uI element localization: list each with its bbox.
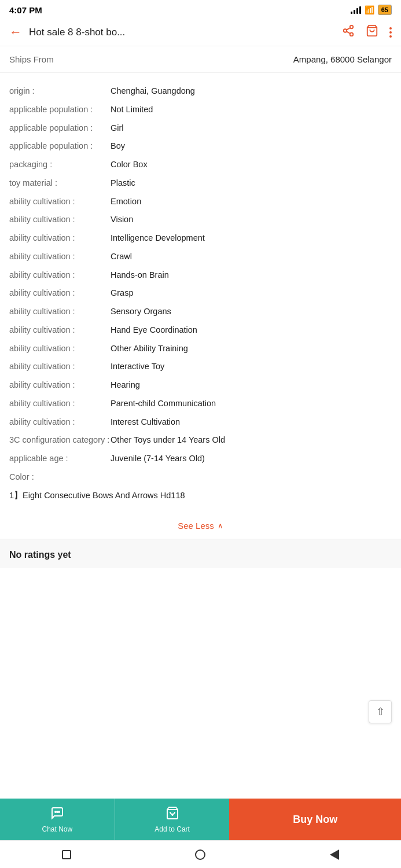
detail-row: applicable population :Boy [9,137,392,156]
more-options-button[interactable] [389,27,392,38]
detail-row: ability cultivation :Hand Eye Coordinati… [9,321,392,340]
chevron-up-icon: ∧ [218,521,223,530]
detail-value: Emotion [111,196,392,208]
scroll-to-top-button[interactable]: ⇧ [369,700,392,723]
detail-key: ability cultivation : [9,269,111,282]
detail-value: Sensory Organs [111,306,392,318]
detail-key: ability cultivation : [9,361,111,373]
dot [389,35,392,38]
svg-point-7 [57,811,58,812]
recent-apps-button[interactable] [62,850,71,859]
ratings-section: No ratings yet [0,539,401,568]
detail-row: applicable age :Juvenile (7-14 Years Old… [9,450,392,468]
detail-value: Intelligence Development [111,232,392,245]
wifi-icon: 📶 [365,5,374,14]
detail-key: applicable population : [9,140,111,153]
detail-key: toy material : [9,177,111,190]
detail-row: ability cultivation :Crawl [9,248,392,266]
detail-value: Other Toys under 14 Years Old [111,434,392,447]
detail-key: ability cultivation : [9,251,111,263]
buy-now-label: Buy Now [293,814,337,826]
chat-now-button[interactable]: Chat Now [0,799,115,840]
detail-key: ability cultivation : [9,232,111,245]
back-button[interactable]: ← [9,26,22,39]
buy-now-button[interactable]: Buy Now [229,799,401,840]
arrow-up-icon: ⇧ [376,705,385,718]
svg-line-4 [347,28,350,30]
detail-key: ability cultivation : [9,214,111,226]
detail-key: ability cultivation : [9,343,111,355]
detail-value: Chenghai, Guangdong [111,85,392,98]
detail-row: toy material :Plastic [9,174,392,193]
svg-line-3 [347,31,350,34]
cart-icon[interactable] [365,24,379,40]
chat-now-label: Chat Now [42,825,73,833]
detail-value: Plastic [111,177,392,190]
ships-from-label: Ships From [9,54,54,64]
detail-key: packaging : [9,159,111,171]
add-to-cart-button[interactable]: Add to Cart [115,799,230,840]
detail-value: Hands-on Brain [111,269,392,282]
detail-key: origin : [9,85,111,98]
chat-icon [50,806,64,823]
detail-row: ability cultivation :Interactive Toy [9,358,392,376]
see-less-button[interactable]: See Less ∧ [178,521,223,531]
home-button[interactable] [195,849,205,860]
detail-value: Parent-child Communication [111,398,392,410]
status-time: 4:07 PM [9,5,42,15]
detail-row: applicable population :Girl [9,119,392,138]
detail-value: Interactive Toy [111,361,392,373]
ratings-title: No ratings yet [9,550,71,560]
detail-key: applicable population : [9,122,111,135]
detail-row: origin :Chenghai, Guangdong [9,82,392,101]
detail-value: Hand Eye Coordination [111,324,392,337]
page-title: Hot sale 8 8-shot bo... [29,27,335,38]
detail-row: ability cultivation :Hands-on Brain [9,266,392,285]
see-less-section: See Less ∧ [0,509,401,539]
detail-value: Hearing [111,379,392,392]
detail-row: packaging :Color Box [9,156,392,174]
header: ← Hot sale 8 8-shot bo... [0,19,401,46]
battery-indicator: 65 [378,5,392,15]
detail-row: ability cultivation :Sensory Organs [9,303,392,321]
detail-value: Grasp [111,287,392,300]
detail-row: ability cultivation :Vision [9,211,392,229]
svg-point-2 [350,33,354,36]
detail-value: Other Ability Training [111,343,392,355]
detail-row: ability cultivation :Intelligence Develo… [9,229,392,248]
detail-value: Girl [111,122,392,135]
svg-point-8 [58,811,60,812]
ships-from-value: Ampang, 68000 Selangor [293,54,392,64]
color-label-row: Color : [9,468,392,487]
dot [389,27,392,30]
detail-row: 3C configuration category :Other Toys un… [9,431,392,450]
system-nav-bar [0,840,401,868]
cart-add-icon [165,806,179,823]
detail-key: applicable age : [9,453,111,465]
detail-value: Crawl [111,251,392,263]
detail-key: ability cultivation : [9,324,111,337]
product-details-section: origin :Chenghai, Guangdongapplicable po… [0,73,401,509]
bottom-action-bar: Chat Now Add to Cart Buy Now [0,799,401,840]
see-less-label: See Less [178,521,214,531]
dot [389,31,392,34]
share-icon[interactable] [342,24,355,40]
detail-value: Juvenile (7-14 Years Old) [111,453,392,465]
signal-icon [351,6,361,14]
svg-point-1 [344,29,347,32]
back-nav-button[interactable] [330,849,339,860]
detail-row: ability cultivation :Other Ability Train… [9,340,392,358]
detail-row: ability cultivation :Emotion [9,193,392,211]
detail-row: ability cultivation :Parent-child Commun… [9,395,392,413]
detail-key: ability cultivation : [9,379,111,392]
detail-value: Boy [111,140,392,153]
status-bar: 4:07 PM 📶 65 [0,0,401,19]
add-to-cart-label: Add to Cart [154,825,190,833]
detail-key: ability cultivation : [9,306,111,318]
detail-row: ability cultivation :Hearing [9,376,392,395]
color-item: 1】Eight Consecutive Bows And Arrows Hd11… [9,487,392,505]
detail-value: Not Limited [111,104,392,116]
detail-row: applicable population :Not Limited [9,101,392,119]
detail-row: ability cultivation :Interest Cultivatio… [9,413,392,432]
svg-point-0 [350,25,354,29]
